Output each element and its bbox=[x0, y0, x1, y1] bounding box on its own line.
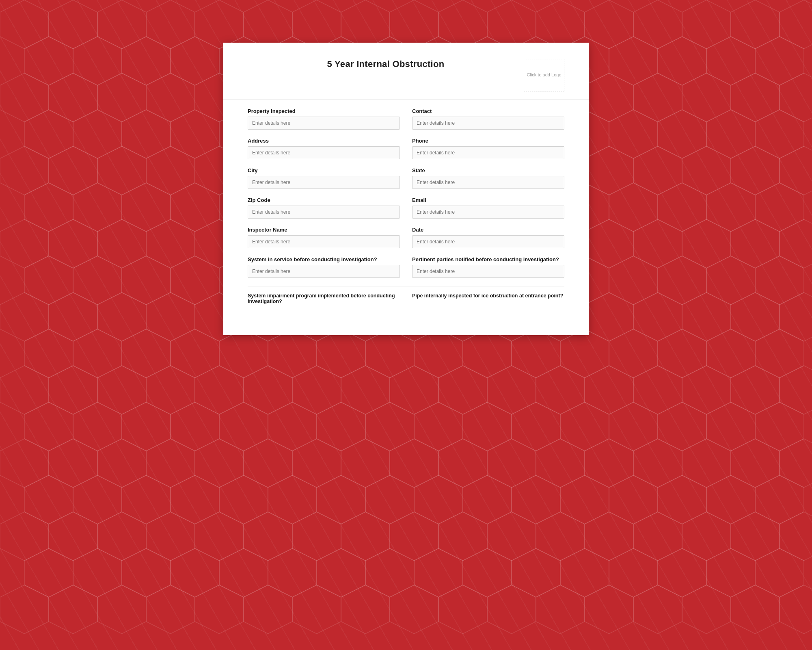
label-zip-code: Zip Code bbox=[248, 197, 400, 203]
label-address: Address bbox=[248, 138, 400, 144]
form-row-7: System impairment program implemented be… bbox=[248, 293, 564, 311]
page-header: 5 Year Internal Obstruction Click to add… bbox=[223, 43, 589, 100]
input-system-in-service[interactable] bbox=[248, 265, 400, 278]
form-group-date: Date bbox=[412, 227, 564, 248]
form-group-pertinent-parties: Pertinent parties notified before conduc… bbox=[412, 256, 564, 278]
input-phone[interactable] bbox=[412, 146, 564, 159]
label-date: Date bbox=[412, 227, 564, 233]
form-page: 5 Year Internal Obstruction Click to add… bbox=[223, 43, 589, 335]
input-contact[interactable] bbox=[412, 117, 564, 130]
form-row-2: Address Phone bbox=[248, 138, 564, 163]
label-system-impairment: System impairment program implemented be… bbox=[248, 293, 400, 304]
form-group-city: City bbox=[248, 167, 400, 189]
label-city: City bbox=[248, 167, 400, 173]
form-group-system-in-service: System in service before conducting inve… bbox=[248, 256, 400, 278]
form-group-pipe-internally-inspected: Pipe internally inspected for ice obstru… bbox=[412, 293, 564, 307]
input-zip-code[interactable] bbox=[248, 206, 400, 219]
input-property-inspected[interactable] bbox=[248, 117, 400, 130]
section-divider bbox=[248, 286, 564, 286]
input-email[interactable] bbox=[412, 206, 564, 219]
label-pertinent-parties: Pertinent parties notified before conduc… bbox=[412, 256, 564, 262]
label-property-inspected: Property Inspected bbox=[248, 108, 400, 114]
logo-placeholder[interactable]: Click to add Logo bbox=[524, 59, 564, 91]
form-group-property-inspected: Property Inspected bbox=[248, 108, 400, 130]
logo-placeholder-text: Click to add Logo bbox=[527, 72, 561, 78]
form-group-state: State bbox=[412, 167, 564, 189]
label-system-in-service: System in service before conducting inve… bbox=[248, 256, 400, 262]
input-pertinent-parties[interactable] bbox=[412, 265, 564, 278]
page-title-area: 5 Year Internal Obstruction bbox=[248, 59, 524, 69]
form-group-zip: Zip Code bbox=[248, 197, 400, 219]
input-date[interactable] bbox=[412, 235, 564, 248]
input-city[interactable] bbox=[248, 176, 400, 189]
label-pipe-internally-inspected: Pipe internally inspected for ice obstru… bbox=[412, 293, 564, 299]
form-group-email: Email bbox=[412, 197, 564, 219]
label-contact: Contact bbox=[412, 108, 564, 114]
input-inspector-name[interactable] bbox=[248, 235, 400, 248]
form-group-contact: Contact bbox=[412, 108, 564, 130]
form-row-3: City State bbox=[248, 167, 564, 193]
form-content: Property Inspected Contact Address Phone… bbox=[223, 100, 589, 327]
form-group-system-impairment: System impairment program implemented be… bbox=[248, 293, 400, 307]
label-email: Email bbox=[412, 197, 564, 203]
form-row-1: Property Inspected Contact bbox=[248, 108, 564, 134]
form-group-address: Address bbox=[248, 138, 400, 159]
form-group-inspector-name: Inspector Name bbox=[248, 227, 400, 248]
form-group-phone: Phone bbox=[412, 138, 564, 159]
form-row-5: Inspector Name Date bbox=[248, 227, 564, 252]
form-row-4: Zip Code Email bbox=[248, 197, 564, 223]
label-state: State bbox=[412, 167, 564, 173]
label-inspector-name: Inspector Name bbox=[248, 227, 400, 233]
form-row-6: System in service before conducting inve… bbox=[248, 256, 564, 282]
input-address[interactable] bbox=[248, 146, 400, 159]
svg-marker-0 bbox=[0, 0, 49, 49]
page-title: 5 Year Internal Obstruction bbox=[327, 59, 445, 69]
label-phone: Phone bbox=[412, 138, 564, 144]
input-state[interactable] bbox=[412, 176, 564, 189]
